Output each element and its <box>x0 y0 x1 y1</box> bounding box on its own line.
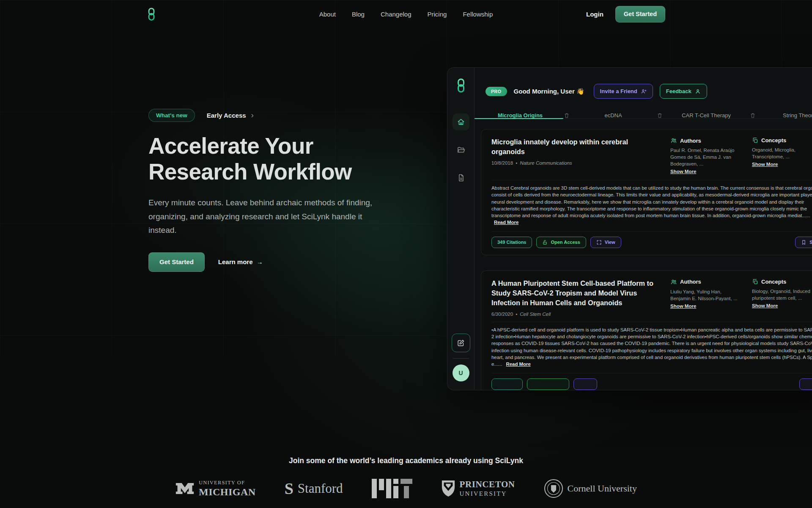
university-logo-michigan: UNIVERSITY OF MICHIGAN <box>175 480 256 497</box>
clipped-button[interactable] <box>573 378 597 390</box>
abstract-text: Abstract Cerebral organoids are 3D stem … <box>491 185 812 218</box>
nav-links: About Blog Changelog Pricing Fellowship <box>319 11 493 18</box>
user-avatar[interactable]: U <box>453 364 469 381</box>
invite-friend-button[interactable]: Invite a Friend <box>594 84 653 99</box>
authors-icon <box>670 279 677 285</box>
concepts-label: Concepts <box>761 137 786 144</box>
trash-icon <box>750 113 756 119</box>
feedback-button[interactable]: Feedback <box>660 84 707 99</box>
clipped-button[interactable] <box>799 378 812 390</box>
tab-delete-button[interactable] <box>655 112 665 119</box>
app-logo-icon <box>456 78 466 93</box>
tab-delete-button[interactable] <box>748 112 758 119</box>
paper-card: A Human Pluripotent Stem Cell-based Plat… <box>481 271 812 390</box>
read-more-link[interactable]: Read More <box>494 220 518 225</box>
unlock-icon <box>542 240 548 245</box>
read-more-link[interactable]: Read More <box>506 362 531 367</box>
learn-more-link[interactable]: Learn more → <box>218 258 263 265</box>
date-separator: • <box>516 160 517 166</box>
sidebar-library-button[interactable] <box>453 141 469 158</box>
authors-icon <box>670 137 677 144</box>
authors-list: Paul R. Ormel, Renata Araújo Gomes de Sá… <box>670 147 739 167</box>
nav-get-started-button[interactable]: Get Started <box>615 6 665 22</box>
show-more-link[interactable]: Show More <box>670 169 696 174</box>
save-chip[interactable]: Save <box>795 237 812 248</box>
compose-button[interactable] <box>452 334 470 352</box>
get-started-button[interactable]: Get Started <box>148 252 205 272</box>
pro-badge: PRO <box>486 87 507 96</box>
nav-link-about[interactable]: About <box>319 11 336 18</box>
authors-label: Authors <box>680 279 701 285</box>
concepts-icon <box>752 137 758 144</box>
app-window: U PRO Good Morning, User 👋 Invite a Frie… <box>447 67 812 390</box>
trash-icon <box>564 113 570 119</box>
nav-link-blog[interactable]: Blog <box>352 11 365 18</box>
trash-icon <box>657 113 663 119</box>
brand-logo-icon[interactable] <box>147 7 156 21</box>
folder-icon <box>457 146 465 154</box>
card-divider <box>491 231 812 232</box>
hero-title: Accelerate Your Research Workflow <box>148 133 419 185</box>
paper-date: 6/30/2020 <box>491 312 513 317</box>
princeton-shield-icon <box>441 479 455 498</box>
date-separator: • <box>516 312 517 317</box>
tab-delete-button[interactable] <box>562 112 572 119</box>
concepts-label: Concepts <box>761 279 786 285</box>
university-logos: UNIVERSITY OF MICHIGAN S Stanford <box>0 479 812 498</box>
social-proof-section: Join some of the world’s leading academi… <box>0 456 812 498</box>
arrow-right-icon: → <box>257 258 263 265</box>
tab-bar: Microglia Origins ecDNA <box>475 112 812 119</box>
edit-icon <box>457 339 465 347</box>
view-chip[interactable]: View <box>590 237 621 248</box>
greeting-text: Good Morning, User 👋 <box>514 88 584 95</box>
show-more-link[interactable]: Show More <box>752 162 778 167</box>
landing-page: About Blog Changelog Pricing Fellowship … <box>0 0 812 508</box>
hero-description: Every minute counts. Leave behind archai… <box>148 196 380 237</box>
card-divider <box>491 322 812 322</box>
concepts-list: Biology, Organoid, Induced pluripotent s… <box>752 288 812 301</box>
show-more-link[interactable]: Show More <box>752 303 778 308</box>
university-logo-mit <box>372 479 412 498</box>
sidebar-home-button[interactable] <box>453 113 469 130</box>
citations-chip[interactable]: 349 Citations <box>491 237 532 248</box>
chevron-right-icon: › <box>251 110 254 120</box>
document-icon <box>457 174 465 182</box>
tab-car-t-cell-therapy[interactable]: CAR T-Cell Therapy <box>665 112 748 119</box>
open-access-chip[interactable]: Open Access <box>536 237 586 248</box>
app-header: PRO Good Morning, User 👋 Invite a Friend… <box>475 68 812 99</box>
cornell-seal-icon <box>544 479 563 498</box>
early-access-label: Early Access <box>207 112 246 119</box>
tab-microglia-origins[interactable]: Microglia Origins <box>479 112 562 119</box>
nav-link-changelog[interactable]: Changelog <box>381 11 411 18</box>
paper-date: 10/8/2018 <box>491 160 513 166</box>
university-logo-cornell: Cornell University <box>544 479 637 498</box>
app-sidebar: U <box>447 68 475 390</box>
whats-new-badge[interactable]: What's new <box>148 109 195 122</box>
paper-feed: Microglia innately develop within cerebr… <box>475 119 812 390</box>
sidebar-papers-button[interactable] <box>453 169 469 186</box>
social-proof-heading: Join some of the world’s leading academi… <box>0 456 812 465</box>
hero-section: What's new Early Access › Accelerate You… <box>148 108 419 272</box>
app-main: PRO Good Morning, User 👋 Invite a Friend… <box>475 68 812 390</box>
tab-ecdna[interactable]: ecDNA <box>572 112 655 119</box>
university-logo-princeton: PRINCETON UNIVERSITY <box>441 479 515 498</box>
authors-list: Liuliu Yang, Yuling Han, Benjamin E. Nil… <box>670 288 739 302</box>
nav-link-fellowship[interactable]: Fellowship <box>463 11 493 18</box>
nav-link-pricing[interactable]: Pricing <box>428 11 447 18</box>
person-plus-icon <box>641 88 647 94</box>
clipped-button[interactable] <box>491 378 523 390</box>
card-divider <box>491 373 812 373</box>
tab-string-theory[interactable]: String Theory <box>758 112 812 119</box>
login-link[interactable]: Login <box>586 11 604 18</box>
person-icon <box>695 88 701 94</box>
paper-title: A Human Pluripotent Stem Cell-based Plat… <box>491 279 663 308</box>
mit-logo-icon <box>372 479 412 498</box>
authors-label: Authors <box>680 138 701 144</box>
michigan-m-icon <box>175 482 195 495</box>
university-logo-stanford: S Stanford <box>285 479 343 498</box>
clipped-button[interactable] <box>527 378 569 390</box>
expand-icon <box>596 240 602 245</box>
early-access-link[interactable]: Early Access › <box>207 110 254 120</box>
show-more-link[interactable]: Show More <box>670 304 696 309</box>
stanford-s-icon: S <box>285 479 294 498</box>
